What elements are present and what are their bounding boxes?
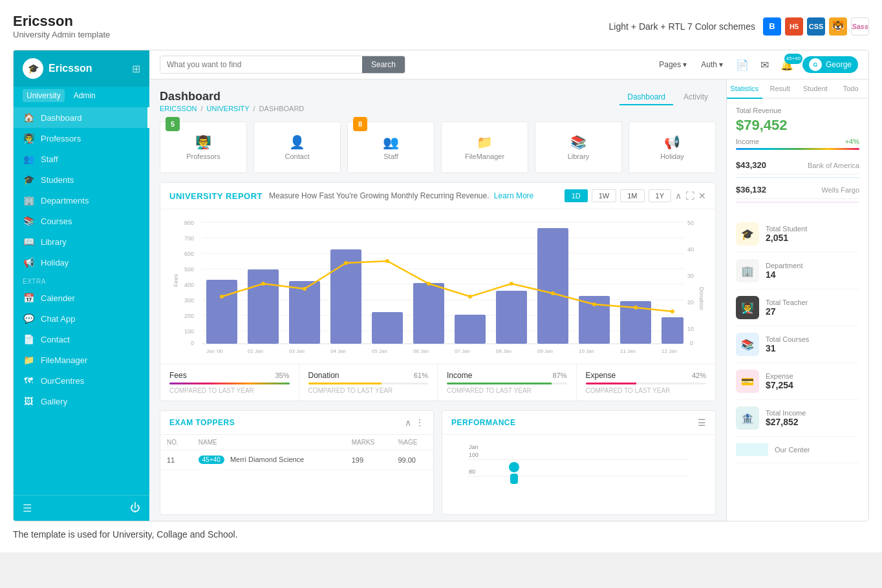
svg-point-38 bbox=[220, 295, 224, 299]
breadcrumb-dashboard: DASHBOARD bbox=[259, 105, 305, 112]
brand-header: Ericsson University Admin template Light… bbox=[13, 13, 869, 39]
contact-stat-label: Contact bbox=[285, 152, 310, 160]
calender-icon: 📅 bbox=[23, 293, 34, 303]
exam-toppers-controls: ∧ ⋮ bbox=[405, 417, 424, 428]
menu-icon-performance[interactable]: ☰ bbox=[698, 417, 706, 428]
bank-name-1: Wells Fargo bbox=[822, 186, 859, 194]
chart-controls: ∧ ⛶ ✕ bbox=[675, 191, 706, 201]
sidebar-item-ourcentres[interactable]: 🗺 OurCentres bbox=[14, 370, 149, 391]
period-1d[interactable]: 1D bbox=[565, 189, 588, 202]
period-1y[interactable]: 1Y bbox=[649, 189, 671, 202]
expand-icon[interactable]: ⛶ bbox=[685, 191, 694, 201]
sidebar-item-gallery[interactable]: 🖼 Gallery bbox=[14, 391, 149, 412]
close-chart-icon[interactable]: ✕ bbox=[698, 191, 706, 201]
outer-wrapper: Ericsson University Admin template Light… bbox=[0, 0, 882, 552]
nav-label-professors: Professors bbox=[41, 134, 140, 143]
sidebar-item-students[interactable]: 🎓 Students bbox=[14, 169, 149, 190]
learn-more-link[interactable]: Learn More bbox=[494, 191, 533, 200]
stat-card-professors[interactable]: 5 👨‍🏫 Professors bbox=[160, 121, 247, 173]
mail-icon: ✉ bbox=[760, 59, 769, 70]
user-avatar: G bbox=[809, 58, 822, 71]
table-row: 11 45+40 Merri Diamond Science 199 99.00 bbox=[160, 450, 433, 470]
stat-card-contact[interactable]: 👤 Contact bbox=[253, 121, 341, 173]
chatapp-icon: 💬 bbox=[23, 313, 34, 324]
chevron-up-icon-toppers[interactable]: ∧ bbox=[405, 417, 411, 428]
svg-rect-72 bbox=[510, 474, 518, 484]
rp-income-label: Income bbox=[736, 138, 759, 145]
sidebar-tab-university[interactable]: University bbox=[23, 89, 65, 102]
more-icon-toppers[interactable]: ⋮ bbox=[415, 417, 424, 428]
sidebar-item-chatapp[interactable]: 💬 Chat App bbox=[14, 308, 149, 329]
dept-stat-name: Department bbox=[766, 262, 859, 269]
rp-bank-row-1: $36,132 Wells Fargo bbox=[736, 181, 859, 199]
period-1m[interactable]: 1M bbox=[620, 189, 644, 202]
file-icon-btn[interactable]: 📄 bbox=[733, 56, 751, 74]
sidebar-grid-icon[interactable]: ⊞ bbox=[132, 63, 140, 75]
chevron-up-icon[interactable]: ∧ bbox=[675, 191, 682, 201]
col-no: NO. bbox=[160, 435, 192, 450]
stat-card-staff[interactable]: 8 👥 Staff bbox=[347, 121, 435, 173]
search-input[interactable] bbox=[160, 56, 362, 73]
sidebar-item-filemanager[interactable]: 📁 FileManager bbox=[14, 350, 149, 370]
stat-expense: Expense 42% COMPARED TO LAST YEAR bbox=[577, 364, 716, 401]
stat-card-library[interactable]: 📚 Library bbox=[535, 121, 622, 173]
tab-activity[interactable]: Activity bbox=[676, 90, 716, 105]
top-nav: Search Pages ▾ Auth ▾ 📄 ✉ bbox=[149, 50, 868, 79]
svg-point-71 bbox=[509, 462, 519, 472]
svg-rect-31 bbox=[413, 283, 444, 344]
quick-stats: 5 👨‍🏫 Professors 👤 Contact 8 👥 Staff bbox=[160, 121, 716, 173]
sidebar-tab-admin[interactable]: Admin bbox=[70, 89, 100, 102]
donation-bar bbox=[308, 383, 429, 384]
menu-icon[interactable]: ☰ bbox=[23, 502, 32, 514]
rp-tab-student[interactable]: Student bbox=[798, 79, 834, 99]
departments-icon: 🏢 bbox=[23, 195, 34, 205]
nav-label-dashboard: Dashboard bbox=[41, 113, 138, 123]
sidebar-item-contact[interactable]: 📄 Contact bbox=[14, 329, 149, 350]
stat-card-filemanager[interactable]: 📁 FileManager bbox=[441, 121, 528, 173]
svg-point-46 bbox=[551, 291, 555, 295]
sidebar-item-courses[interactable]: 📚 Courses bbox=[14, 211, 149, 231]
breadcrumb-university[interactable]: UNIVERSITY bbox=[207, 105, 250, 112]
rp-tab-statistics[interactable]: Statistics bbox=[727, 79, 762, 99]
nav-label-calender: Calender bbox=[41, 293, 140, 303]
mail-icon-btn[interactable]: ✉ bbox=[758, 56, 771, 74]
power-icon[interactable]: ⏻ bbox=[130, 502, 140, 514]
sidebar-item-dashboard[interactable]: 🏠 Dashboard bbox=[14, 107, 149, 128]
library-icon: 📖 bbox=[23, 236, 34, 247]
rp-tab-todo[interactable]: Todo bbox=[833, 79, 868, 99]
nav-actions: Pages ▾ Auth ▾ 📄 ✉ 🔔 45+40 bbox=[655, 56, 858, 74]
user-chip[interactable]: G George bbox=[802, 56, 858, 73]
col-name: NAME bbox=[192, 435, 345, 450]
sidebar-item-holiday[interactable]: 📢 Holiday bbox=[14, 252, 149, 273]
sidebar-item-library[interactable]: 📖 Library bbox=[14, 231, 149, 252]
period-1w[interactable]: 1W bbox=[592, 189, 617, 202]
our-center-icon bbox=[736, 443, 768, 456]
courses-stat-info: Total Courses 31 bbox=[766, 335, 859, 353]
rp-total-label: Total Revenue bbox=[736, 107, 859, 114]
sidebar-item-departments[interactable]: 🏢 Departments bbox=[14, 190, 149, 211]
breadcrumb-ericsson[interactable]: ERICSSON bbox=[160, 105, 197, 112]
dept-stat-info: Department 14 bbox=[766, 262, 859, 280]
chart-header: UNIVERSITY REPORT Measure How Fast You'r… bbox=[160, 183, 715, 209]
sidebar-item-staff[interactable]: 👥 Staff bbox=[14, 149, 149, 169]
teacher-stat-val: 27 bbox=[766, 306, 859, 317]
rp-tab-result[interactable]: Result bbox=[762, 79, 798, 99]
tab-dashboard[interactable]: Dashboard bbox=[619, 90, 673, 105]
sidebar-item-calender[interactable]: 📅 Calender bbox=[14, 288, 149, 308]
sidebar-item-professors[interactable]: 👨‍🏫 Professors bbox=[14, 128, 149, 149]
search-button[interactable]: Search bbox=[362, 56, 405, 73]
user-badge-chip: 45+40 bbox=[199, 456, 224, 464]
brand-subtitle: University Admin template bbox=[13, 30, 110, 39]
auth-button[interactable]: Auth ▾ bbox=[697, 58, 727, 72]
page-header: Dashboard ERICSSON / UNIVERSITY / DASHBO… bbox=[160, 90, 716, 112]
filemanager-stat-label: FileManager bbox=[465, 152, 504, 160]
pages-button[interactable]: Pages ▾ bbox=[655, 58, 691, 72]
stat-card-holiday[interactable]: 📢 Holiday bbox=[629, 121, 716, 173]
right-panel: Statistics Result Student Todo Total Rev… bbox=[726, 79, 868, 521]
stats-row: Fees 35% COMPARED TO LAST YEAR Donation … bbox=[160, 364, 715, 401]
holiday-stat-icon: 📢 bbox=[664, 134, 680, 150]
our-center-name: Our Center bbox=[775, 446, 859, 454]
sidebar-bottom: ☰ ⏻ bbox=[14, 495, 149, 521]
main-content: Search Pages ▾ Auth ▾ 📄 ✉ bbox=[149, 50, 868, 521]
notifications-icon-btn[interactable]: 🔔 45+40 bbox=[778, 56, 796, 74]
